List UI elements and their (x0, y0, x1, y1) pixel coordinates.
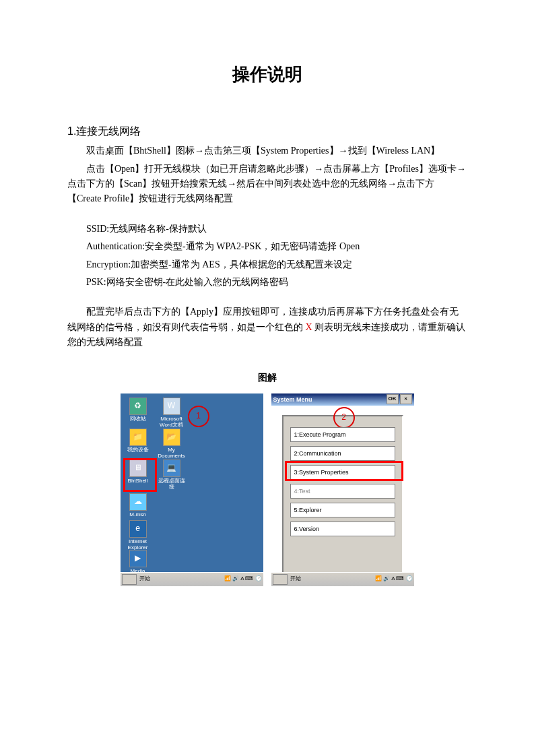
word-icon: W (163, 398, 180, 415)
screenshot-desktop: ♻ 回收站 W Microsoft Word文档 📁 我的设备 📂 My Doc… (121, 393, 263, 586)
tray-icons-2: 📶 🔊 A ⌨ 🕑 (375, 575, 412, 584)
bhtshell-icon: 🖥 (129, 460, 147, 477)
screenshot-system-menu: System Menu OK × 2 1:Execute Program 2:C… (271, 393, 414, 586)
start-label-2: 开始 (290, 575, 301, 584)
para-3: 配置完毕后点击下方的【Apply】应用按钮即可，连接成功后再屏幕下方任务托盘处会… (67, 305, 467, 350)
icon-label: My Documents (157, 447, 187, 460)
cfg-psk: PSK:网络安全密钥-在此处输入您的无线网络密码 (67, 275, 467, 290)
device-icon: 📁 (129, 429, 147, 446)
ok-button[interactable]: OK (387, 394, 399, 404)
ie-icon: e (129, 520, 147, 538)
doc-title: 操作说明 (67, 61, 467, 89)
folder-icon: 📂 (163, 429, 180, 446)
menu-system-properties[interactable]: 3:System Properties (290, 465, 395, 480)
menu-communication[interactable]: 2:Communication (290, 446, 395, 461)
msn-icon: ☁ (129, 493, 147, 511)
menu-explorer[interactable]: 5:Explorer (290, 503, 395, 517)
icon-label: BhtShell (123, 478, 153, 484)
red-x: X (306, 322, 312, 332)
icon-mydocs[interactable]: 📂 My Documents (157, 429, 187, 460)
icon-label: 回收站 (123, 416, 153, 422)
recycle-icon: ♻ (129, 398, 147, 415)
icon-label: 我的设备 (123, 447, 153, 453)
icon-label: Internet Explorer (123, 539, 153, 551)
icon-recycle-bin[interactable]: ♻ 回收站 (123, 398, 153, 422)
icon-device[interactable]: 📁 我的设备 (123, 429, 153, 453)
icon-label: M-msn (123, 512, 153, 518)
cfg-auth: Authentication:安全类型-通常为 WPA2-PSK，如无密码请选择… (67, 239, 467, 254)
section-1-heading: 1.连接无线网络 (67, 123, 467, 140)
section-text: 连接无线网络 (76, 125, 141, 137)
window-titlebar: System Menu OK × (271, 393, 414, 406)
icon-bhtshell[interactable]: 🖥 BhtShell (123, 460, 153, 484)
menu-test[interactable]: 4:Test (290, 484, 395, 499)
step-marker-1: 1 (188, 406, 209, 427)
menu-version[interactable]: 6:Version (290, 522, 395, 536)
close-button[interactable]: × (400, 394, 412, 404)
cfg-ssid: SSID:无线网络名称-保持默认 (67, 222, 467, 237)
icon-word[interactable]: W Microsoft Word文档 (157, 398, 187, 429)
para-1: 双击桌面【BhtShell】图标→点击第三项【System Properties… (67, 144, 467, 158)
window-title: System Menu (273, 395, 312, 404)
taskbar[interactable]: 开始 📶 🔊 A ⌨ 🕑 (121, 572, 263, 586)
cfg-enc: Encryption:加密类型-通常为 AES，具体根据您的无线配置来设定 (67, 257, 467, 272)
menu-execute-program[interactable]: 1:Execute Program (290, 427, 395, 442)
icon-ie[interactable]: e Internet Explorer (123, 520, 153, 551)
start-label: 开始 (139, 575, 150, 584)
figure-label: 图解 (67, 370, 467, 385)
menu-panel: 1:Execute Program 2:Communication 3:Syst… (282, 415, 403, 579)
start-button[interactable] (122, 574, 137, 585)
section-number: 1. (67, 125, 76, 137)
icon-msn[interactable]: ☁ M-msn (123, 493, 153, 518)
taskbar-2[interactable]: 开始 📶 🔊 A ⌨ 🕑 (271, 572, 414, 586)
icon-remote[interactable]: 💻 远程桌面连接 (157, 460, 187, 491)
tray-icons: 📶 🔊 A ⌨ 🕑 (224, 575, 261, 584)
icon-label: Microsoft Word文档 (157, 416, 187, 429)
icon-label: 远程桌面连接 (157, 478, 187, 491)
media-icon: ▶ (129, 550, 147, 567)
figure-row: ♻ 回收站 W Microsoft Word文档 📁 我的设备 📂 My Doc… (67, 393, 467, 586)
para-2: 点击【Open】打开无线模块（如已开启请忽略此步骤）→点击屏幕上方【Profil… (67, 162, 467, 207)
remote-icon: 💻 (163, 460, 180, 477)
start-button-2[interactable] (273, 574, 288, 585)
